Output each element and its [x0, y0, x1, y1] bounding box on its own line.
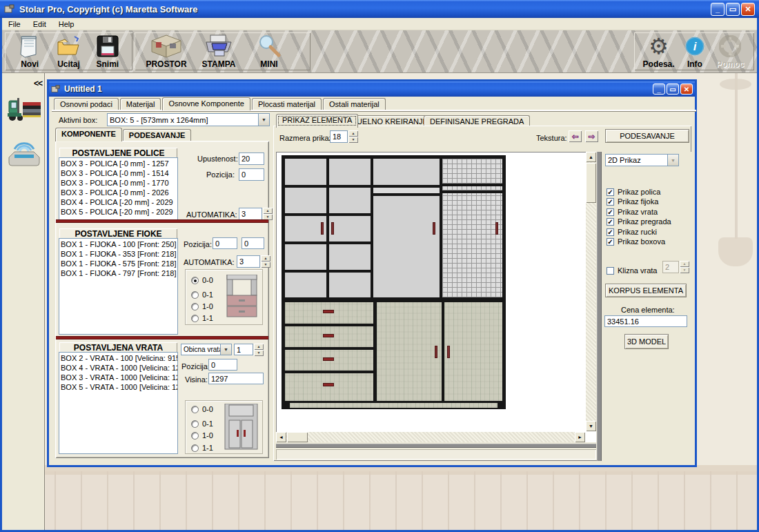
- horizontal-scroll-thumb[interactable]: [287, 432, 308, 442]
- vrata-list[interactable]: BOX 2 - VRATA - 100 [Velicina: 915] BOX …: [59, 352, 178, 454]
- vrata-pozicija-input[interactable]: [208, 359, 237, 371]
- cena-elementa-input[interactable]: [604, 315, 687, 327]
- tab-ostali-materijal[interactable]: Ostali materijal: [323, 98, 386, 110]
- checkbox-prikaz-vrata[interactable]: ✓Prikaz vrata: [607, 208, 658, 216]
- vertical-scrollbar[interactable]: ▲ ▼: [586, 152, 596, 431]
- info-button[interactable]: i Info: [679, 33, 711, 69]
- vrata-type-combo[interactable]: Obicna vrata ▼: [181, 344, 232, 355]
- radio-0-0[interactable]: 0-0: [191, 276, 213, 284]
- stampa-button[interactable]: STAMPA: [194, 33, 244, 69]
- list-item[interactable]: BOX 4 - VRATA - 1000 [Velicina: 1297]: [61, 363, 176, 373]
- tab-prikaz-elementa[interactable]: PRIKAZ ELEMENTA: [276, 114, 358, 128]
- spinner-down-icon[interactable]: ▼: [348, 137, 358, 143]
- spinner-down-icon[interactable]: ▼: [261, 262, 270, 268]
- minimize-button[interactable]: _: [711, 3, 724, 16]
- scroll-up-icon[interactable]: ▲: [586, 152, 596, 162]
- spinner-up-icon[interactable]: ▲: [254, 344, 264, 350]
- klizna-spinner[interactable]: ▲▼: [662, 261, 689, 273]
- list-item[interactable]: BOX 3 - POLICA [-0 mm] - 2026: [61, 188, 176, 197]
- checkbox-prikaz-pregrada[interactable]: ✓Prikaz pregrada: [607, 217, 671, 226]
- list-item[interactable]: BOX 5 - VRATA - 1000 [Velicina: 1297]: [61, 382, 176, 392]
- checkbox-prikaz-boxova[interactable]: ✓Prikaz boxova: [607, 237, 665, 246]
- menu-edit[interactable]: Edit: [27, 19, 52, 30]
- drawing-canvas[interactable]: ▲ ▼ ◄ ►: [276, 152, 596, 442]
- spinner-down-icon[interactable]: ▼: [254, 350, 264, 356]
- prostor-button[interactable]: PROSTOR: [141, 33, 191, 69]
- radio-1-1[interactable]: 1-1: [191, 444, 213, 452]
- checkbox-klizna-vrata[interactable]: ✓Klizna vrata: [607, 266, 657, 275]
- checkbox-prikaz-rucki[interactable]: ✓Prikaz rucki: [607, 228, 657, 236]
- scanner-icon[interactable]: [5, 134, 43, 171]
- spinner-up-icon[interactable]: ▲: [680, 261, 689, 267]
- scroll-left-icon[interactable]: ◄: [276, 432, 286, 442]
- razmera-spinner[interactable]: ▲▼: [330, 130, 358, 143]
- fioke-automatika-spinner[interactable]: ▲▼: [237, 255, 270, 268]
- pomoc-button[interactable]: Pomoc: [713, 33, 747, 69]
- horizontal-scrollbar[interactable]: ◄ ►: [276, 432, 585, 442]
- collapse-sidebar-button[interactable]: <<: [34, 79, 42, 88]
- fioke-pozicija-input-1[interactable]: [213, 237, 237, 249]
- korpus-elementa-button[interactable]: KORPUS ELEMENTA: [605, 284, 687, 297]
- podesa-button[interactable]: ⚙ Podesa.: [641, 33, 676, 69]
- ucitaj-button[interactable]: Ucitaj: [50, 33, 86, 69]
- tab-osnovne-komponente[interactable]: Osnovne Komponente: [162, 97, 250, 110]
- tab-osnovni-podaci[interactable]: Osnovni podaci: [54, 98, 119, 110]
- fioke-list[interactable]: BOX 1 - FIJOKA - 100 [Front: 250] BOX 1 …: [59, 238, 178, 335]
- checkbox-prikaz-polica[interactable]: ✓Prikaz polica: [607, 188, 660, 196]
- chevron-down-icon[interactable]: ▼: [258, 114, 269, 126]
- menu-help[interactable]: Help: [52, 19, 81, 30]
- list-item[interactable]: BOX 3 - POLICA [-0 mm] - 1514: [61, 168, 176, 178]
- aktivni-box-combo[interactable]: BOX: 5 - [573mm x 1264mm] ▼: [107, 113, 270, 126]
- police-list[interactable]: BOX 3 - POLICA [-0 mm] - 1257 BOX 3 - PO…: [59, 157, 178, 220]
- tab-podesavanje[interactable]: PODESAVANJE: [123, 129, 192, 141]
- fioke-automatika-input[interactable]: [237, 255, 260, 268]
- checkbox-prikaz-fijoka[interactable]: ✓Prikaz fijoka: [607, 197, 658, 206]
- model-3d-button[interactable]: 3D MODEL: [624, 334, 669, 349]
- vrata-count-input[interactable]: [234, 344, 253, 355]
- snimi-button[interactable]: Snimi: [90, 33, 126, 69]
- list-item[interactable]: BOX 1 - FIJOKA - 353 [Front: 218]: [61, 249, 176, 259]
- tab-materijal[interactable]: Materijal: [120, 98, 161, 110]
- razmera-input[interactable]: [330, 130, 348, 143]
- radio-1-1[interactable]: 1-1: [191, 314, 213, 322]
- close-button[interactable]: ✕: [741, 3, 755, 16]
- list-item[interactable]: BOX 1 - FIJOKA - 575 [Front: 218]: [61, 259, 176, 268]
- police-automatika-input[interactable]: [239, 208, 262, 220]
- doc-maximize-button[interactable]: ▭: [667, 83, 679, 95]
- radio-0-0[interactable]: 0-0: [191, 405, 213, 413]
- fioke-pozicija-input-2[interactable]: [241, 237, 264, 249]
- spinner-down-icon[interactable]: ▼: [680, 267, 689, 273]
- police-automatika-spinner[interactable]: ▲▼: [239, 208, 273, 220]
- list-item[interactable]: BOX 5 - POLICA [-20 mm] - 2029: [61, 207, 176, 217]
- list-item[interactable]: BOX 1 - FIJOKA - 100 [Front: 250]: [61, 239, 176, 249]
- spinner-up-icon[interactable]: ▲: [348, 130, 358, 137]
- list-item[interactable]: BOX 1 - FIJOKA - 797 [Front: 218]: [61, 268, 176, 278]
- police-pozicija-input[interactable]: [239, 168, 264, 181]
- scroll-right-icon[interactable]: ►: [575, 432, 585, 442]
- doc-minimize-button[interactable]: _: [653, 83, 665, 95]
- vertical-splitter[interactable]: [597, 152, 602, 461]
- upustenost-input[interactable]: [239, 152, 264, 165]
- tab-komponente[interactable]: KOMPONENTE: [55, 128, 122, 141]
- vertical-scroll-thumb[interactable]: [586, 163, 596, 203]
- radio-1-0[interactable]: 1-0: [191, 302, 213, 311]
- vrata-count-spinner[interactable]: ▲▼: [234, 344, 264, 356]
- chevron-down-icon[interactable]: ▼: [220, 344, 231, 355]
- doc-close-button[interactable]: ✕: [680, 83, 693, 95]
- forklift-icon[interactable]: [6, 94, 42, 130]
- maximize-button[interactable]: ▭: [726, 3, 740, 16]
- list-item[interactable]: BOX 2 - VRATA - 100 [Velicina: 915]: [61, 353, 176, 363]
- list-item[interactable]: BOX 3 - VRATA - 1000 [Velicina: 1297]: [61, 373, 176, 382]
- list-item[interactable]: BOX 4 - POLICA [-20 mm] - 2029: [61, 197, 176, 207]
- visina-input[interactable]: [208, 373, 264, 384]
- list-item[interactable]: BOX 3 - POLICA [-0 mm] - 1257: [61, 159, 176, 168]
- radio-0-1[interactable]: 0-1: [191, 290, 213, 299]
- tab-plocasti-materijal[interactable]: Plocasti materijal: [252, 98, 322, 110]
- menu-file[interactable]: File: [2, 19, 27, 30]
- arrow-left-icon[interactable]: ⇦: [569, 130, 582, 142]
- horizontal-splitter[interactable]: [276, 444, 596, 448]
- klizna-input[interactable]: [662, 261, 679, 273]
- arrow-right-icon[interactable]: ⇨: [585, 130, 598, 142]
- scroll-down-icon[interactable]: ▼: [586, 421, 596, 431]
- radio-0-1[interactable]: 0-1: [191, 420, 213, 428]
